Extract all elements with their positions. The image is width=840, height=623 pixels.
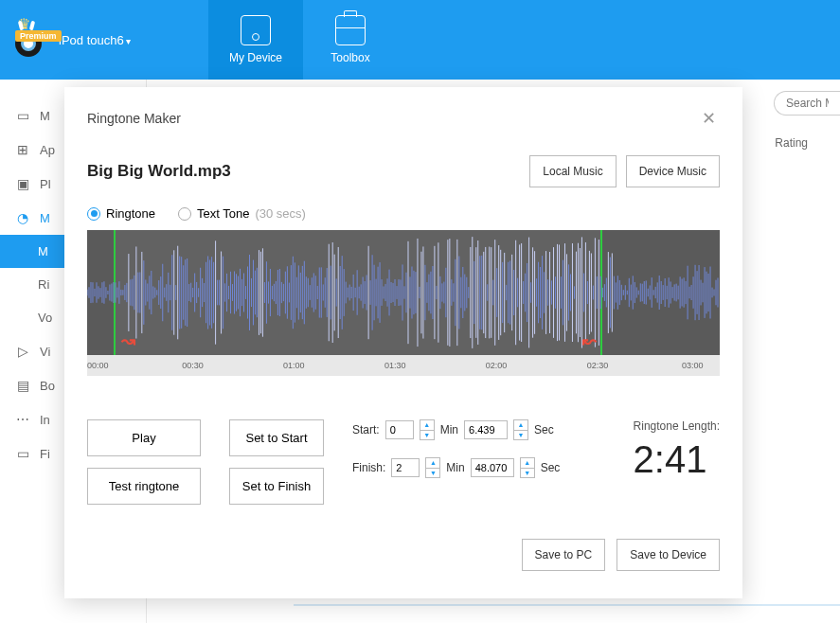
tab-my-device[interactable]: My Device (208, 0, 303, 80)
ringtone-length-display: Ringtone Length: 2:41 (634, 419, 720, 481)
device-icon (241, 15, 271, 45)
ringtone-maker-dialog: Ringtone Maker ✕ Big Big World.mp3 Local… (64, 87, 742, 598)
start-sec-input[interactable] (464, 420, 508, 439)
finish-min-spinner[interactable]: ▲▼ (425, 457, 440, 478)
book-icon: ▤ (15, 378, 30, 393)
ringtone-radio[interactable]: Ringtone (87, 206, 155, 221)
chevron-down-icon: ▼ (514, 431, 527, 440)
photo-icon: ▣ (15, 176, 30, 191)
logo-area: ♛ Premium iPod touch6 (0, 0, 208, 80)
search-input[interactable] (774, 91, 840, 116)
save-to-pc-button[interactable]: Save to PC (522, 539, 606, 571)
video-icon: ▷ (15, 344, 30, 359)
device-music-button[interactable]: Device Music (626, 155, 720, 187)
waveform-timeline: 00:00 00:30 01:00 01:30 02:00 02:30 03:0… (87, 355, 720, 376)
play-button[interactable]: Play (87, 419, 201, 456)
audio-filename: Big Big World.mp3 (87, 162, 231, 181)
music-icon: ◔ (15, 210, 30, 225)
finish-sec-spinner[interactable]: ▲▼ (520, 457, 535, 478)
chevron-up-icon: ▲ (521, 458, 534, 469)
phone-icon: ▭ (15, 108, 30, 123)
test-ringtone-button[interactable]: Test ringtone (87, 468, 201, 505)
save-to-device-button[interactable]: Save to Device (617, 539, 720, 571)
start-arrow-hint-icon: ↝ (121, 330, 135, 351)
dialog-title: Ringtone Maker (87, 111, 181, 126)
chevron-up-icon: ▲ (420, 420, 434, 431)
set-to-finish-button[interactable]: Set to Finish (229, 468, 324, 505)
close-icon[interactable]: ✕ (698, 104, 720, 133)
waveform-display[interactable]: ↝ ↝ (87, 230, 720, 355)
start-min-input[interactable] (385, 420, 414, 439)
radio-unchecked-icon (178, 207, 191, 221)
premium-badge: Premium (15, 30, 62, 42)
chevron-down-icon: ▼ (420, 431, 434, 440)
start-time-row: Start: ▲▼ Min ▲▼ Sec (352, 419, 560, 440)
finish-time-row: Finish: ▲▼ Min ▲▼ Sec (352, 457, 560, 478)
toolbox-icon (335, 15, 366, 45)
finish-sec-input[interactable] (471, 458, 514, 477)
set-to-start-button[interactable]: Set to Start (229, 419, 324, 456)
device-selector[interactable]: iPod touch6 (59, 33, 131, 47)
app-logo-icon: ♛ Premium (11, 21, 49, 59)
folder-icon: ▭ (15, 446, 30, 461)
rating-column-header: Rating (775, 136, 808, 150)
local-music-button[interactable]: Local Music (529, 155, 616, 187)
chevron-up-icon: ▲ (514, 420, 527, 431)
content-divider (294, 604, 840, 606)
waveform-svg (87, 230, 720, 355)
start-min-spinner[interactable]: ▲▼ (420, 419, 435, 440)
finish-min-input[interactable] (391, 458, 420, 477)
top-navigation: ♛ Premium iPod touch6 My Device Toolbox (0, 0, 840, 80)
chevron-down-icon: ▼ (521, 469, 534, 478)
chevron-up-icon: ▲ (426, 458, 439, 469)
end-arrow-hint-icon: ↝ (582, 330, 597, 351)
message-icon: ⋯ (15, 412, 30, 427)
tab-toolbox[interactable]: Toolbox (303, 0, 398, 80)
text-tone-radio[interactable]: Text Tone(30 secs) (178, 206, 306, 221)
start-sec-spinner[interactable]: ▲▼ (513, 419, 528, 440)
apps-icon: ⊞ (15, 142, 30, 157)
chevron-down-icon: ▼ (426, 469, 439, 478)
radio-checked-icon (87, 207, 100, 221)
